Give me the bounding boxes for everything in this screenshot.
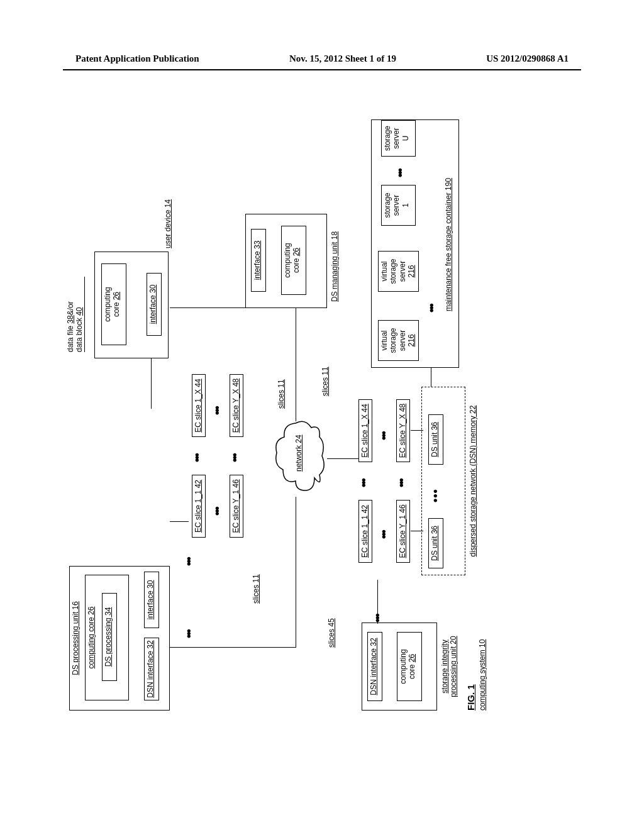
arrow-ud12-net (170, 647, 296, 648)
figure-label: FIG. 1 (465, 684, 476, 711)
box-user-device-14: computingcore 26 interface 30 (94, 252, 169, 358)
label-ds-processing-unit-16: DS processing unit 16 (71, 568, 80, 708)
box-dsn-if-dspu: DSN interface 32 (144, 638, 159, 700)
label-ec-y-x-48b: EC slice Y_X 48 (398, 402, 407, 460)
dots-under-ud12: ••• (182, 630, 196, 638)
label-ec-y-1-46b: EC slice Y_1 46 (398, 502, 407, 560)
dots-ss: ••• (394, 169, 408, 177)
box-cc-sipu: computingcore 26 (397, 632, 422, 701)
box-vss-b: virtualstorageserver216 (378, 251, 419, 292)
box-storage-integrity-unit: DSN interface 32 computingcore 26 (362, 622, 437, 711)
figure-caption: computing system 10 (478, 639, 487, 711)
label-ec-1-x-44b: EC slice 1_X 44 (360, 402, 369, 460)
arrow-ec-ds2 (411, 430, 423, 431)
box-dsn-if-sipu: DSN interface 32 (367, 632, 382, 701)
label-data-file: data file 38&/ordata block 40 (66, 277, 85, 352)
label-dsn-if-sipu: DSN interface 32 (369, 634, 378, 699)
label-cc-ud14: computingcore 26 (103, 266, 121, 343)
dots-vss: ••• (425, 304, 439, 313)
box-if30-dspu: interface 30 (144, 572, 159, 628)
label-slices-11-a: slices 11 (252, 574, 260, 604)
box-ec-1-1-42b: EC slice 1_1 42 (358, 500, 372, 563)
arrow-ud14-net (170, 307, 245, 308)
box-computing-core-dspu: computing core 26 DS processing 34 (85, 575, 129, 700)
box-if33: interface 33 (251, 229, 266, 292)
label-slices-11-b: slices 11 (277, 379, 286, 409)
dots-ds-units: • • • (429, 490, 443, 502)
label-ec-y-1-46: EC slice Y_1 46 (231, 477, 240, 535)
dots-under-dspu: ••• (182, 558, 196, 566)
dots-col2b: ••• (377, 432, 391, 440)
header-divider (63, 69, 581, 70)
box-ds-managing-unit: interface 33 computingcore 26 (245, 214, 327, 308)
dots-row2b: ••• (395, 479, 408, 487)
label-storage-integrity-unit: storage integrity processing unit 20 (440, 622, 458, 711)
label-ec-1-1-42: EC slice 1_1 42 (194, 477, 203, 535)
label-ds-processing-dspu: DS processing 34 (104, 595, 113, 678)
label-ss-1: storageserver1 (383, 187, 410, 223)
box-ec-y-x-48: EC slice Y_X 48 (230, 374, 243, 437)
box-ec-1-1-42: EC slice 1_1 42 (192, 475, 206, 538)
label-ds-unit-36-a: DS unit 36 (430, 521, 439, 566)
dots-col1a: ••• (211, 507, 224, 516)
header-right: US 2012/0290868 A1 (486, 53, 569, 64)
label-vss-a: virtualstorageserver216 (380, 323, 416, 358)
label-dsn-if-dspu: DSN interface 32 (146, 640, 155, 698)
label-user-device-14: user device 14 (164, 199, 172, 248)
diagram-rotated-stage: user device 12 computing core 26 DSproce… (19, 170, 610, 660)
box-ec-1-x-44b: EC slice 1_X 44 (358, 399, 372, 462)
box-ec-y-1-46b: EC slice Y_1 46 (396, 500, 410, 563)
header-center: Nov. 15, 2012 Sheet 1 of 19 (289, 53, 396, 64)
box-dsn-memory: DS unit 36 • • • DS unit 36 (421, 387, 465, 575)
box-ds-unit-36-a: DS unit 36 (428, 518, 443, 568)
box-vss-a: virtualstorageserver216 (378, 320, 419, 361)
dots-col1b: ••• (377, 531, 391, 539)
label-ss-u: storageserverU (383, 123, 410, 154)
box-if30-ud14: interface 30 (147, 273, 162, 336)
arrow-sipu-out (377, 580, 378, 624)
box-ds-unit-36-b: DS unit 36 (428, 414, 443, 465)
box-ss-u: storageserverU (381, 120, 416, 157)
diagram-canvas: user device 12 computing core 26 DSproce… (69, 119, 560, 711)
label-dsn-memory-22: dispersed storage network (DSN) memory 2… (469, 387, 477, 575)
box-ds-processing-unit-16: DS processing unit 16 computing core 26 … (69, 566, 170, 711)
arrow-ud12-net-h (296, 497, 296, 648)
label-slices-11-c: slices 11 (321, 367, 330, 396)
header-left: Patent Application Publication (75, 53, 199, 64)
arrow-if30-if30 (151, 358, 152, 409)
label-computing-core-dspu: computing core 26 (87, 577, 96, 698)
arrow-ec-ds1 (411, 531, 423, 531)
label-cc-dsmgmt: computingcore 26 (283, 228, 301, 292)
label-ec-y-x-48: EC slice Y_X 48 (231, 377, 240, 434)
box-ec-y-x-48b: EC slice Y_X 48 (396, 399, 410, 462)
dots-row2a: ••• (228, 454, 242, 462)
label-ec-1-x-44: EC slice 1_X 44 (194, 377, 203, 434)
label-if33: interface 33 (253, 231, 262, 289)
box-ec-y-1-46: EC slice Y_1 46 (230, 475, 243, 538)
arrow-net-ec2 (327, 458, 358, 459)
dots-col2a: ••• (211, 407, 224, 415)
label-ds-managing-unit-18: DS managing unit 18 (330, 231, 339, 302)
dots-row1b: ••• (357, 479, 370, 487)
box-ss-1: storageserver1 (381, 185, 416, 226)
label-if30-dspu: interface 30 (146, 574, 155, 626)
dots-row1a: ••• (191, 454, 204, 462)
label-ec-1-1-42b: EC slice 1_1 42 (360, 502, 369, 560)
arrow-dsn-mfsc (431, 368, 431, 387)
label-mfsc-190: maintenance free storage container 190 (444, 147, 453, 342)
label-slices-45: slices 45 (327, 618, 336, 648)
box-cc-ud14: computingcore 26 (101, 263, 126, 345)
box-cc-dsmgmt: computingcore 26 (281, 226, 306, 295)
label-if30-ud14: interface 30 (148, 275, 157, 333)
label-network-24: network 24 (294, 434, 303, 472)
arrow-dspu-ec (170, 521, 189, 522)
arrow-net-if33 (296, 308, 296, 421)
box-ds-processing-dspu: DS processing 34 (102, 593, 117, 681)
label-cc-sipu: computingcore 26 (399, 634, 417, 699)
label-ds-unit-36-b: DS unit 36 (430, 417, 439, 462)
label-vss-b: virtualstorageserver216 (380, 253, 416, 289)
box-mfsc-190: virtualstorageserver216 ••• virtualstora… (371, 119, 459, 368)
box-ec-1-x-44: EC slice 1_X 44 (192, 374, 206, 437)
